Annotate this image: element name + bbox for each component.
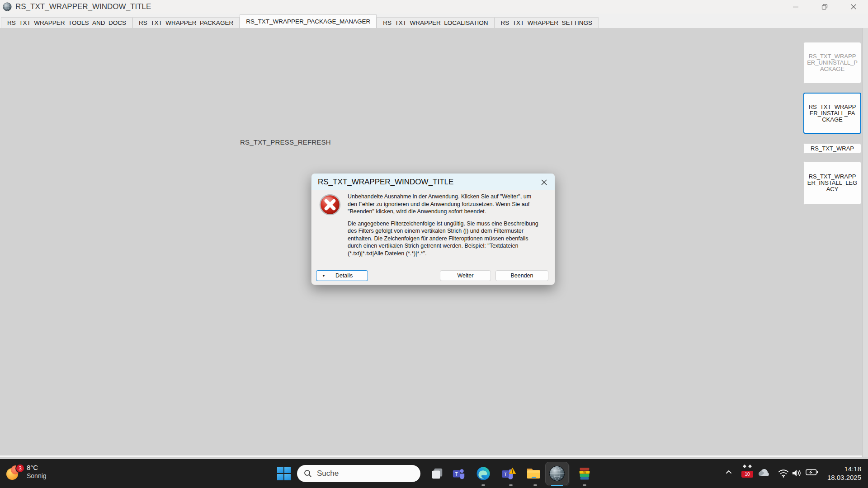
minimize-icon [793,4,799,10]
app-globe-icon [549,465,565,482]
edge-button[interactable] [476,466,491,481]
tray-chevron-button[interactable] [725,468,733,476]
sun-icon: 3 [6,465,22,481]
scrollbar[interactable] [862,28,868,457]
teams-icon: T [452,467,466,480]
close-icon [850,4,857,10]
volume-icon [791,468,803,478]
tab-packager[interactable]: RS_TXT_WRAPPER_PACKAGER [132,17,240,28]
winrar-icon: W [578,467,591,480]
minimize-button[interactable] [781,0,810,14]
volume-tray-button[interactable] [791,468,803,478]
edge-icon [476,466,491,481]
close-icon [541,179,547,186]
clock-date: 18.03.2025 [827,473,861,482]
file-explorer-running-indicator [533,484,537,486]
error-message: Unbehandelte Ausnahme in der Anwendung. … [348,193,541,257]
tab-localisation[interactable]: RS_TXT_WRAPPER_LOCALISATION [377,17,494,28]
chevron-down-icon: ▼ [322,274,326,278]
update-tray-button[interactable]: 10 [741,464,754,482]
taskbar-search[interactable] [297,465,420,482]
active-app-button[interactable] [545,462,569,485]
taskbar: 3 8°C Sonnig T [0,459,868,488]
start-button[interactable] [277,467,291,480]
wifi-tray-button[interactable] [778,468,789,478]
svg-text:T: T [504,472,507,477]
task-view-icon [430,467,444,480]
search-icon [303,469,312,478]
update-badge-icon [741,464,754,471]
edge-running-indicator [481,484,485,486]
winrar-button[interactable]: W [577,466,592,481]
tray-chevron-icon [725,468,733,476]
search-input[interactable] [297,465,420,482]
wifi-icon [778,468,789,478]
taskbar-clock[interactable]: 14:18 18.03.2025 [827,465,861,482]
close-button[interactable] [839,0,868,14]
error-dialog: RS_TXT_WRAPPER_WINDOW_TITLE Unbehandelte… [311,173,555,285]
restore-button[interactable] [810,0,839,14]
battery-icon [806,468,818,476]
weather-widget[interactable]: 3 8°C Sonnig [6,462,47,481]
svg-text:W: W [583,471,586,474]
details-button-label: Details [335,272,353,279]
details-button[interactable]: ▼ Details [316,270,368,281]
teams-button[interactable]: T [451,466,467,481]
refresh-button[interactable]: RS_TXT_WRAP [803,143,861,154]
clock-time: 14:18 [827,465,861,473]
task-view-button[interactable] [429,466,445,481]
update-count-badge: 10 [741,471,753,478]
active-app-indicator [551,485,563,486]
continue-button[interactable]: Weiter [440,270,491,281]
file-explorer-button[interactable] [526,466,541,481]
teams-warning-button[interactable]: T [501,466,516,481]
tab-package-manager[interactable]: RS_TXT_WRAPPER_PACKAGE_MANAGER [240,14,377,28]
error-message-secondary: Die angegebene Filterzeichenfolge ist un… [348,220,541,258]
restore-icon [821,4,828,10]
install-legacy-button[interactable]: RS_TXT_WRAPPER_INSTALL_LEGACY [803,161,861,205]
error-dialog-body: Unbehandelte Ausnahme in der Anwendung. … [311,190,555,286]
weather-condition: Sonnig [27,472,47,480]
tab-settings[interactable]: RS_TXT_WRAPPER_SETTINGS [495,17,599,28]
teams-warning-running-indicator [509,484,513,486]
svg-text:T: T [455,471,458,477]
dialog-close-button[interactable] [537,175,551,189]
file-explorer-icon [526,467,541,480]
tab-strip: RS_TXT_WRAPPER_TOOLS_AND_DOCS RS_TXT_WRA… [0,14,868,28]
winrar-running-indicator [583,484,586,486]
battery-tray-button[interactable] [806,468,818,476]
globe-icon [3,2,12,11]
install-package-button[interactable]: RS_TXT_WRAPPER_INSTALL_PACKAGE [803,93,861,134]
window-title: RS_TXT_WRAPPER_WINDOW_TITLE [15,2,151,11]
error-icon [319,194,341,216]
notification-badge: 3 [15,464,25,473]
error-message-primary: Unbehandelte Ausnahme in der Anwendung. … [348,193,541,216]
window-titlebar: RS_TXT_WRAPPER_WINDOW_TITLE [0,0,868,14]
onedrive-icon [758,468,770,477]
error-dialog-title: RS_TXT_WRAPPER_WINDOW_TITLE [318,178,453,187]
error-dialog-titlebar: RS_TXT_WRAPPER_WINDOW_TITLE [311,174,555,190]
teams-warning-icon: T [501,466,516,481]
quit-button[interactable]: Beenden [495,270,548,281]
weather-temperature: 8°C [27,463,47,472]
tab-tools-and-docs[interactable]: RS_TXT_WRAPPER_TOOLS_AND_DOCS [1,17,132,28]
onedrive-tray-button[interactable] [758,468,770,477]
uninstall-package-button[interactable]: RS_TXT_WRAPPER_UNINSTALL_PACKAGE [803,42,861,84]
press-refresh-label: RS_TXT_PRESS_REFRESH [240,138,331,146]
